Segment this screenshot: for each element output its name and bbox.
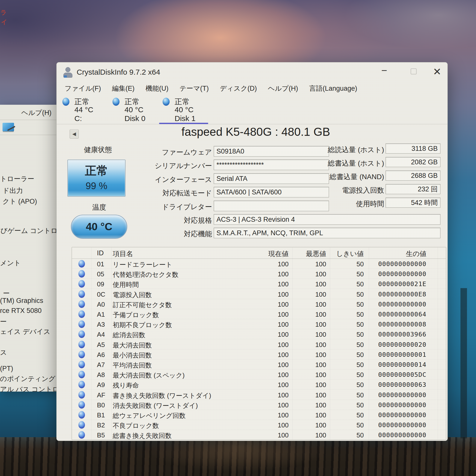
status-orb-icon xyxy=(78,361,85,368)
column-divider xyxy=(111,247,112,440)
smart-table-row: B1総ウェアレベリング回数10010050000000000000 xyxy=(72,410,446,420)
menu-item[interactable]: 機能(U) xyxy=(145,83,169,93)
smart-attribute-name: 最小消去回数 xyxy=(113,351,152,360)
usage-stat-row: 総書込量 (ホスト)2082 GB xyxy=(57,157,447,168)
menu-item[interactable]: 言語(Language) xyxy=(309,83,358,93)
wallpaper-dark-strip xyxy=(460,288,467,438)
smart-worst-value: 100 xyxy=(285,421,326,429)
smart-table-row: 05代替処理済のセクタ数10010050000000000000 xyxy=(72,269,446,279)
crystaldiskinfo-window: CrystalDiskInfo 9.7.2 x64 − ✕ ファイル(F)編集(… xyxy=(56,62,448,441)
status-orb-icon xyxy=(78,421,85,429)
smart-table-row: B0消去失敗回数 (ワーストダイ)10010050000000000000 xyxy=(72,400,446,410)
desktop: ライ ヘルプ(H) トローラード出力クト (APO)びゲーム コントローラーメン… xyxy=(0,0,476,476)
disk-tab[interactable]: 正常40 °CDisk 0 xyxy=(110,97,158,124)
status-orb-icon xyxy=(78,351,85,358)
device-tree-item[interactable]: (TM) Graphics xyxy=(0,297,43,305)
smart-raw-value: 0000000005DC xyxy=(355,371,426,378)
disk-tab[interactable]: 正常40 °CDisk 1 xyxy=(160,97,208,124)
device-tree-item[interactable]: ー xyxy=(0,317,7,326)
smart-worst-value: 100 xyxy=(285,431,326,439)
smart-attribute-name: 平均消去回数 xyxy=(113,361,152,370)
stat-value-box: 542 時間 xyxy=(386,198,440,208)
status-orb-icon xyxy=(112,98,120,106)
smart-worst-value: 100 xyxy=(285,311,326,318)
status-orb-icon xyxy=(78,260,85,268)
disk-tab[interactable]: 正常44 °CC: xyxy=(60,97,107,124)
smart-worst-value: 100 xyxy=(285,341,326,349)
maximize-button[interactable] xyxy=(411,68,417,74)
smart-table-row: A0訂正不可能セクタ数10010050000000000000 xyxy=(72,299,446,309)
previous-disk-button[interactable]: ◀ xyxy=(70,130,79,139)
smart-id: 09 xyxy=(97,280,104,288)
person-head xyxy=(65,67,70,72)
field-value-box: ACS-3 | ACS-3 Revision 4 xyxy=(214,214,440,225)
smart-table-row: B5総書き換え失敗回数10010050000000000000 xyxy=(72,430,446,440)
tab-drive-label: Disk 0 xyxy=(125,114,145,123)
close-button[interactable]: ✕ xyxy=(433,66,441,77)
smart-attribute-name: リードエラーレート xyxy=(113,260,172,269)
usage-stat-row: 電源投入回数232 回 xyxy=(57,184,447,195)
smart-table-header: ID 項目名 現在値 最悪値 しきい値 生の値 xyxy=(72,247,446,259)
smart-current-value: 100 xyxy=(247,301,289,308)
status-orb-icon xyxy=(78,391,85,399)
device-tree-item[interactable]: rce RTX 5080 xyxy=(0,307,42,315)
device-tree-item[interactable]: ェイス デバイス xyxy=(0,327,50,336)
person-chip xyxy=(64,75,67,78)
smart-id: A4 xyxy=(97,331,105,338)
device-tree-item[interactable]: ス xyxy=(0,348,7,357)
smart-raw-value: 000000000000 xyxy=(355,411,426,419)
tab-temperature-text: 40 °C xyxy=(125,105,143,114)
smart-raw-value: 00000000021E xyxy=(355,280,426,288)
field-value-box: S.M.A.R.T., APM, NCQ, TRIM, GPL xyxy=(214,228,440,238)
background-window-help-menu[interactable]: ヘルプ(H) xyxy=(21,108,51,117)
drive-field-row: 対応規格ACS-3 | ACS-3 Revision 4 xyxy=(57,214,447,225)
status-orb-icon xyxy=(78,381,85,388)
device-tree-item[interactable]: クト (APO) xyxy=(3,197,37,206)
device-tree-item[interactable]: (PT) xyxy=(0,365,13,373)
status-orb-icon xyxy=(78,300,85,308)
smart-id: B2 xyxy=(97,421,105,429)
smart-raw-value: 000000000001 xyxy=(355,351,426,358)
menu-item[interactable]: テーマ(T) xyxy=(179,83,209,93)
smart-id: B5 xyxy=(97,431,105,439)
menu-item[interactable]: ヘルプ(H) xyxy=(267,83,298,93)
smart-attribute-name: 最大消去回数 xyxy=(113,341,152,350)
smart-id: A8 xyxy=(97,371,105,379)
stat-label: 電源投入回数 xyxy=(304,186,384,195)
smart-worst-value: 100 xyxy=(285,260,326,268)
menu-item[interactable]: 編集(E) xyxy=(111,83,135,93)
usage-stat-row: 総読込量 (ホスト)3118 GB xyxy=(57,144,447,154)
smart-worst-value: 100 xyxy=(285,291,326,298)
smart-current-value: 100 xyxy=(247,431,289,439)
smart-worst-value: 100 xyxy=(285,351,326,359)
device-tree-item[interactable]: ド出力 xyxy=(3,186,23,195)
stat-value-box: 2688 GB xyxy=(386,171,440,181)
smart-attribute-name: 訂正不可能セクタ数 xyxy=(113,301,172,309)
app-person-icon xyxy=(63,66,73,78)
smart-id: AF xyxy=(97,391,105,399)
smart-current-value: 100 xyxy=(247,260,289,268)
smart-table-row: 09使用時間1001005000000000021E xyxy=(72,279,446,289)
window-title: CrystalDiskInfo 9.7.2 x64 xyxy=(77,68,160,76)
computer-monitor-icon[interactable] xyxy=(3,123,14,131)
smart-id: A9 xyxy=(97,381,105,389)
smart-id: B1 xyxy=(97,411,105,419)
smart-current-value: 100 xyxy=(247,270,289,278)
status-orb-icon xyxy=(78,411,85,419)
smart-table-row: A7平均消去回数10010050000000000014 xyxy=(72,360,446,370)
smart-raw-value: 000000000008 xyxy=(355,321,426,328)
smart-worst-value: 100 xyxy=(285,280,326,288)
minimize-button[interactable]: − xyxy=(381,65,387,76)
separator xyxy=(57,124,447,124)
header-raw: 生の値 xyxy=(355,249,426,258)
device-tree-item[interactable]: メント xyxy=(0,259,21,268)
menu-item[interactable]: ディスク(D) xyxy=(219,83,257,93)
smart-attribute-name: 消去失敗回数 (ワーストダイ) xyxy=(113,401,198,410)
smart-id: A1 xyxy=(97,311,105,318)
menu-item[interactable]: ファイル(F) xyxy=(64,83,101,93)
device-tree-item[interactable]: ー xyxy=(3,289,10,298)
smart-table-row: AF書き換え失敗回数 (ワーストダイ)10010050000000000000 xyxy=(72,390,446,400)
smart-worst-value: 100 xyxy=(285,411,326,419)
status-orb-icon xyxy=(62,98,69,106)
device-tree-item[interactable]: トローラー xyxy=(0,174,34,183)
